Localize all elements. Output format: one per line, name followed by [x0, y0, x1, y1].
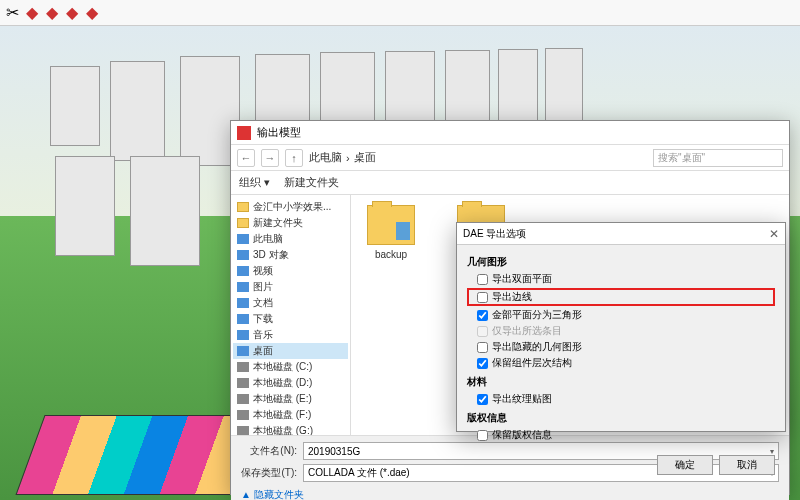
blue-icon	[237, 282, 249, 292]
tool-ruby3-icon[interactable]: ◆	[64, 5, 80, 21]
blue-icon	[237, 250, 249, 260]
crumb-loc[interactable]: 桌面	[354, 150, 376, 165]
drive-icon	[237, 410, 249, 420]
building-model	[545, 48, 583, 124]
tree-item-label: 本地磁盘 (D:)	[253, 376, 312, 390]
tree-item-label: 本地磁盘 (G:)	[253, 424, 313, 435]
tree-item[interactable]: 此电脑	[233, 231, 348, 247]
nav-forward-button[interactable]: →	[261, 149, 279, 167]
building-model	[498, 49, 538, 131]
filename-label: 文件名(N):	[241, 444, 297, 458]
option-label: 导出隐藏的几何图形	[492, 340, 582, 354]
drive-icon	[237, 394, 249, 404]
option-row[interactable]: 导出纹理贴图	[467, 391, 775, 407]
building-model	[130, 156, 200, 266]
dae-options-dialog: DAE 导出选项 ✕ 几何图形导出双面平面导出边线金部平面分为三角形仅导出所选条…	[456, 222, 786, 432]
option-checkbox	[477, 326, 488, 337]
tree-item[interactable]: 本地磁盘 (F:)	[233, 407, 348, 423]
dialog-toolbar: 组织 ▾ 新建文件夹	[231, 171, 789, 195]
tree-item[interactable]: 音乐	[233, 327, 348, 343]
option-label: 仅导出所选条目	[492, 324, 562, 338]
option-label: 导出双面平面	[492, 272, 552, 286]
hide-folders-toggle[interactable]: ▲ 隐藏文件夹	[241, 486, 779, 500]
savetype-value: COLLADA 文件 (*.dae)	[308, 466, 410, 480]
tree-item[interactable]: 本地磁盘 (D:)	[233, 375, 348, 391]
tree-item-label: 桌面	[253, 344, 273, 358]
option-checkbox[interactable]	[477, 430, 488, 441]
option-label: 保留组件层次结构	[492, 356, 572, 370]
breadcrumb[interactable]: 此电脑 › 桌面	[309, 150, 647, 165]
dialog-titlebar[interactable]: 输出模型	[231, 121, 789, 145]
folder-icon	[237, 202, 249, 212]
search-input[interactable]: 搜索"桌面"	[653, 149, 783, 167]
folder-icon	[367, 205, 415, 245]
option-checkbox[interactable]	[477, 310, 488, 321]
tool-ruby4-icon[interactable]: ◆	[84, 5, 100, 21]
option-row[interactable]: 导出隐藏的几何图形	[467, 339, 775, 355]
tree-item-label: 音乐	[253, 328, 273, 342]
folder-icon	[237, 218, 249, 228]
tree-item[interactable]: 图片	[233, 279, 348, 295]
ok-button[interactable]: 确定	[657, 455, 713, 475]
options-cancel-button[interactable]: 取消	[719, 455, 775, 475]
tree-item[interactable]: 视频	[233, 263, 348, 279]
crumb-pc[interactable]: 此电脑	[309, 150, 342, 165]
section-header: 材料	[467, 375, 775, 389]
nav-up-button[interactable]: ↑	[285, 149, 303, 167]
blue-icon	[237, 314, 249, 324]
dialog-title-text: 输出模型	[257, 125, 301, 140]
option-row[interactable]: 保留组件层次结构	[467, 355, 775, 371]
tree-item[interactable]: 新建文件夹	[233, 215, 348, 231]
tree-item[interactable]: 本地磁盘 (E:)	[233, 391, 348, 407]
option-row[interactable]: 导出双面平面	[467, 271, 775, 287]
tree-item[interactable]: 下载	[233, 311, 348, 327]
tree-item-label: 金汇中小学效果...	[253, 200, 331, 214]
options-titlebar[interactable]: DAE 导出选项 ✕	[457, 223, 785, 245]
blue-icon	[237, 330, 249, 340]
nav-back-button[interactable]: ←	[237, 149, 255, 167]
drive-icon	[237, 378, 249, 388]
options-title-text: DAE 导出选项	[463, 227, 526, 241]
option-checkbox[interactable]	[477, 394, 488, 405]
tree-item[interactable]: 本地磁盘 (G:)	[233, 423, 348, 435]
option-row[interactable]: 金部平面分为三角形	[467, 307, 775, 323]
tree-item[interactable]: 3D 对象	[233, 247, 348, 263]
options-body: 几何图形导出双面平面导出边线金部平面分为三角形仅导出所选条目导出隐藏的几何图形保…	[457, 245, 785, 449]
drive-icon	[237, 362, 249, 372]
new-folder-button[interactable]: 新建文件夹	[284, 175, 339, 190]
option-checkbox[interactable]	[477, 274, 488, 285]
building-model	[110, 61, 165, 161]
file-item[interactable]: backup	[361, 205, 421, 260]
blue-icon	[237, 346, 249, 356]
drive-icon	[237, 426, 249, 435]
option-row[interactable]: 导出边线	[467, 288, 775, 306]
tool-ruby2-icon[interactable]: ◆	[44, 5, 60, 21]
tree-item[interactable]: 文档	[233, 295, 348, 311]
section-header: 版权信息	[467, 411, 775, 425]
tool-ruby1-icon[interactable]: ◆	[24, 5, 40, 21]
building-model	[50, 66, 100, 146]
close-icon[interactable]: ✕	[769, 227, 779, 241]
tool-scissors-icon[interactable]: ✂	[4, 5, 20, 21]
savetype-label: 保存类型(T):	[241, 466, 297, 480]
option-row: 仅导出所选条目	[467, 323, 775, 339]
option-label: 导出纹理贴图	[492, 392, 552, 406]
tree-item[interactable]: 桌面	[233, 343, 348, 359]
tree-item-label: 视频	[253, 264, 273, 278]
option-row[interactable]: 保留版权信息	[467, 427, 775, 443]
building-model	[55, 156, 115, 256]
option-checkbox[interactable]	[477, 358, 488, 369]
option-label: 导出边线	[492, 290, 532, 304]
option-checkbox[interactable]	[477, 292, 488, 303]
file-label: backup	[361, 249, 421, 260]
tree-item-label: 此电脑	[253, 232, 283, 246]
tree-item-label: 新建文件夹	[253, 216, 303, 230]
option-label: 保留版权信息	[492, 428, 552, 442]
tree-item[interactable]: 本地磁盘 (C:)	[233, 359, 348, 375]
tree-item-label: 图片	[253, 280, 273, 294]
sketchup-icon	[237, 126, 251, 140]
folder-tree[interactable]: 金汇中小学效果...新建文件夹此电脑3D 对象视频图片文档下载音乐桌面本地磁盘 …	[231, 195, 351, 435]
organize-button[interactable]: 组织 ▾	[239, 175, 270, 190]
option-checkbox[interactable]	[477, 342, 488, 353]
tree-item[interactable]: 金汇中小学效果...	[233, 199, 348, 215]
